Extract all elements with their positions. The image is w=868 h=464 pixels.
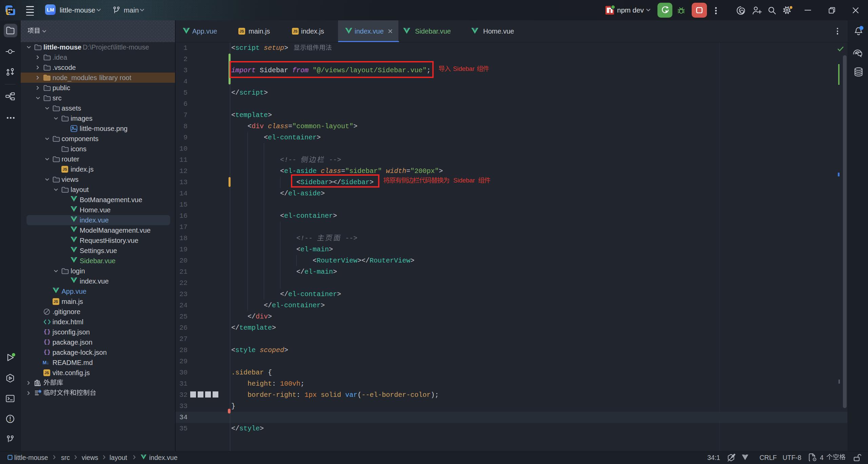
svg-text:WS: WS [8,8,13,11]
